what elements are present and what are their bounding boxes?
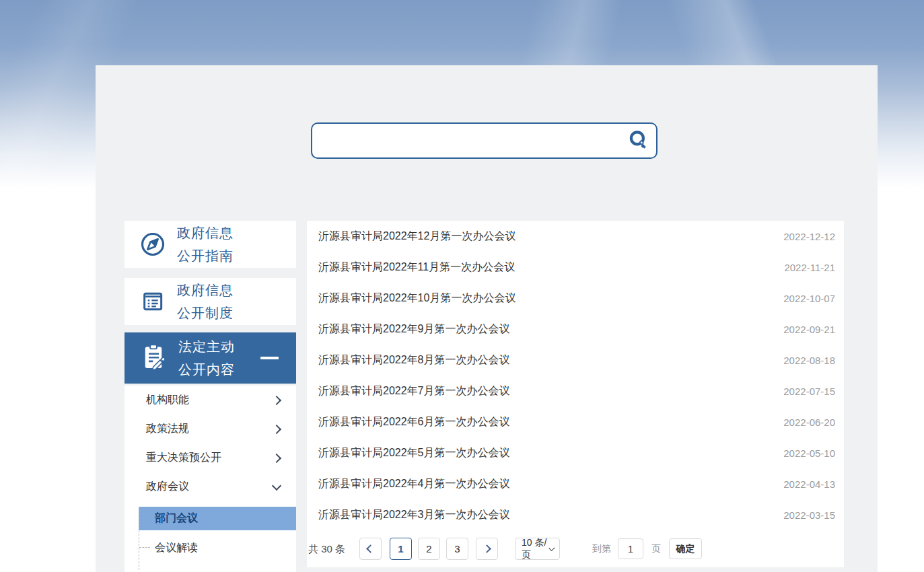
submenu-item-department-meetings[interactable]: 部门会议 bbox=[139, 507, 296, 530]
menu-item-label: 政策法规 bbox=[146, 422, 189, 436]
list-item-title[interactable]: 沂源县审计局2022年9月第一次办公会议 bbox=[318, 322, 510, 336]
chevron-right-icon bbox=[272, 424, 281, 433]
list-rows: 沂源县审计局2022年12月第一次办公会议 2022-12-12 沂源县审计局2… bbox=[307, 221, 844, 530]
list-item-title[interactable]: 沂源县审计局2022年8月第一次办公会议 bbox=[318, 353, 510, 367]
sidebar-item-legal-disclosure[interactable]: 法定主动 公开内容 bbox=[125, 332, 296, 384]
sidebar-item-label: 政府信息 公开制度 bbox=[177, 279, 234, 324]
menu-item-gov-meetings[interactable]: 政府会议 bbox=[125, 472, 296, 501]
list-item[interactable]: 沂源县审计局2022年3月第一次办公会议 2022-03-15 bbox=[307, 499, 844, 530]
list-item[interactable]: 沂源县审计局2022年9月第一次办公会议 2022-09-21 bbox=[307, 314, 844, 345]
clipboard-pen-icon bbox=[139, 343, 168, 373]
goto-page-suffix: 页 bbox=[651, 538, 661, 560]
meeting-list: 沂源县审计局2022年12月第一次办公会议 2022-12-12 沂源县审计局2… bbox=[307, 221, 844, 567]
list-item-date: 2022-03-15 bbox=[783, 509, 835, 521]
page: 政府信息 公开指南 政府信息 公开制度 法定 bbox=[0, 0, 924, 572]
sidebar-item-gov-info-guide[interactable]: 政府信息 公开指南 bbox=[125, 221, 296, 268]
search-icon bbox=[627, 129, 651, 153]
list-item-title[interactable]: 沂源县审计局2022年3月第一次办公会议 bbox=[318, 508, 510, 522]
compass-icon bbox=[139, 231, 166, 258]
list-item-title[interactable]: 沂源县审计局2022年5月第一次办公会议 bbox=[318, 446, 510, 460]
chevron-right-icon bbox=[272, 453, 281, 462]
page-button[interactable]: 1 bbox=[390, 538, 412, 560]
list-item[interactable]: 沂源县审计局2022年12月第一次办公会议 2022-12-12 bbox=[307, 221, 844, 252]
goto-page-prefix: 到第 bbox=[592, 538, 611, 560]
search-button[interactable] bbox=[624, 126, 653, 155]
pagination-bar: 共 30 条 1 2 3 10 条/页 到第 页 bbox=[307, 538, 844, 567]
sidebar-item-label: 法定主动 公开内容 bbox=[178, 335, 235, 381]
list-item-date: 2022-04-13 bbox=[783, 478, 835, 490]
list-item-date: 2022-07-15 bbox=[783, 386, 835, 397]
chevron-left-icon bbox=[366, 544, 375, 553]
notebook-icon bbox=[139, 288, 166, 315]
submenu-item-label: 部门会议 bbox=[139, 511, 198, 526]
menu-item-label: 重大决策预公开 bbox=[146, 451, 221, 465]
list-item-date: 2022-10-07 bbox=[783, 293, 835, 304]
list-item-title[interactable]: 沂源县审计局2022年12月第一次办公会议 bbox=[318, 229, 516, 244]
list-item[interactable]: 沂源县审计局2022年6月第一次办公会议 2022-06-20 bbox=[307, 406, 844, 437]
menu-item-label: 政府会议 bbox=[146, 480, 189, 494]
page-size-select[interactable]: 10 条/页 bbox=[515, 538, 560, 560]
menu-item-label: 机构职能 bbox=[146, 393, 189, 407]
list-item-title[interactable]: 沂源县审计局2022年10月第一次办公会议 bbox=[318, 291, 516, 306]
page-button[interactable]: 2 bbox=[418, 538, 440, 560]
search-box bbox=[311, 122, 658, 159]
list-item-title[interactable]: 沂源县审计局2022年11月第一次办公会议 bbox=[318, 260, 515, 275]
page-button[interactable]: 3 bbox=[446, 538, 468, 560]
list-item[interactable]: 沂源县审计局2022年5月第一次办公会议 2022-05-10 bbox=[307, 437, 844, 468]
list-item[interactable]: 沂源县审计局2022年7月第一次办公会议 2022-07-15 bbox=[307, 376, 844, 406]
search-input[interactable] bbox=[312, 124, 624, 157]
total-count-label: 共 30 条 bbox=[308, 538, 345, 560]
tree-line-horizontal bbox=[139, 547, 150, 548]
list-item-date: 2022-05-10 bbox=[783, 448, 835, 459]
list-item[interactable]: 沂源县审计局2022年11月第一次办公会议 2022-11-21 bbox=[307, 252, 844, 283]
list-item-date: 2022-06-20 bbox=[783, 417, 835, 428]
menu-item-org-functions[interactable]: 机构职能 bbox=[125, 386, 296, 415]
next-page-button[interactable] bbox=[476, 538, 498, 560]
list-item[interactable]: 沂源县审计局2022年10月第一次办公会议 2022-10-07 bbox=[307, 283, 844, 314]
collapse-minus-icon[interactable] bbox=[260, 357, 279, 359]
tree-line-vertical bbox=[139, 507, 139, 570]
list-item-date: 2022-12-12 bbox=[783, 231, 835, 242]
prev-page-button[interactable] bbox=[359, 538, 382, 560]
submenu-item-meeting-interpretation[interactable]: 会议解读 bbox=[155, 539, 198, 557]
list-item[interactable]: 沂源县审计局2022年4月第一次办公会议 2022-04-13 bbox=[307, 468, 844, 499]
sidebar-item-label: 政府信息 公开指南 bbox=[177, 221, 234, 267]
chevron-down-icon bbox=[272, 480, 281, 490]
menu-item-major-decisions[interactable]: 重大决策预公开 bbox=[125, 443, 296, 472]
list-item-date: 2022-11-21 bbox=[784, 262, 835, 273]
page-buttons: 1 2 3 bbox=[390, 538, 468, 560]
menu-item-policies[interactable]: 政策法规 bbox=[125, 415, 296, 443]
list-item-title[interactable]: 沂源县审计局2022年7月第一次办公会议 bbox=[318, 384, 510, 398]
list-item[interactable]: 沂源县审计局2022年8月第一次办公会议 2022-08-18 bbox=[307, 345, 844, 376]
sidebar-menu: 机构职能 政策法规 重大决策预公开 政府会议 bbox=[125, 386, 296, 572]
chevron-right-icon bbox=[483, 544, 491, 553]
list-item-date: 2022-08-18 bbox=[783, 355, 835, 366]
list-item-date: 2022-09-21 bbox=[783, 324, 835, 335]
list-item-title[interactable]: 沂源县审计局2022年6月第一次办公会议 bbox=[318, 415, 510, 429]
goto-page-input[interactable] bbox=[618, 538, 643, 559]
chevron-right-icon bbox=[272, 395, 281, 404]
sidebar-item-gov-info-system[interactable]: 政府信息 公开制度 bbox=[125, 278, 296, 325]
list-item-title[interactable]: 沂源县审计局2022年4月第一次办公会议 bbox=[318, 477, 510, 491]
page-size-value: 10 条/页 bbox=[522, 537, 550, 561]
confirm-button[interactable]: 确定 bbox=[669, 538, 702, 559]
